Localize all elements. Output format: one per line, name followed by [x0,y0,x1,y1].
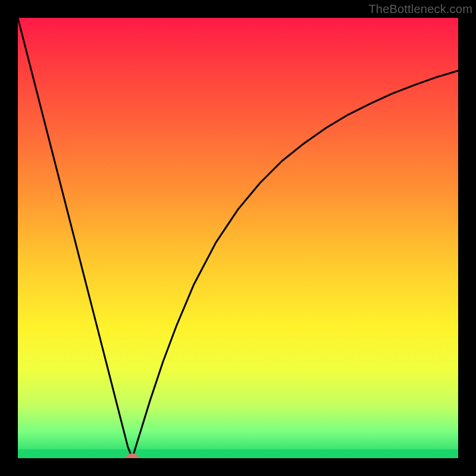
green-band [18,449,458,458]
chart-svg [18,18,458,458]
watermark-text: TheBottleneck.com [368,2,472,16]
chart-container: TheBottleneck.com [0,0,476,476]
plot-area [18,18,458,458]
gradient-background [18,18,458,458]
